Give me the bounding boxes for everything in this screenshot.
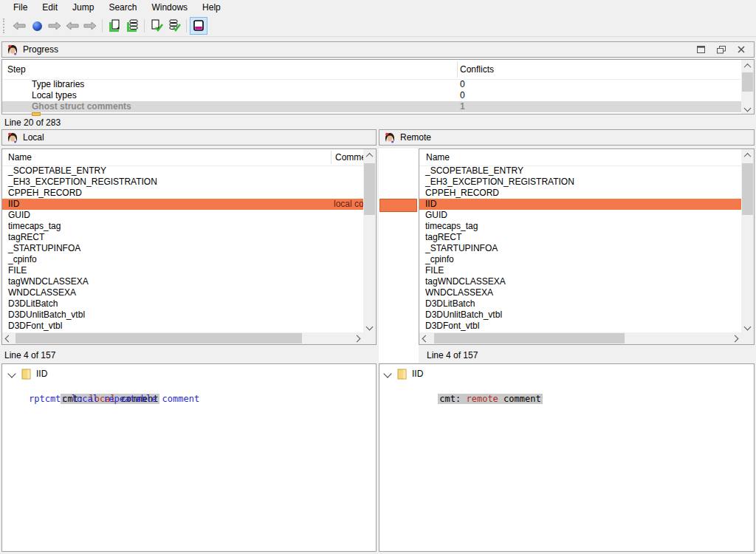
scroll-right-button[interactable] — [729, 332, 741, 344]
blue-sphere-icon — [32, 21, 42, 31]
local-detail-node-row[interactable]: IID — [2, 368, 376, 380]
back-button[interactable] — [10, 17, 28, 35]
list-item[interactable]: GUID — [2, 210, 363, 221]
progress-row[interactable]: Type libraries 0 — [2, 79, 741, 90]
list-item[interactable]: CPPEH_RECORD — [2, 188, 363, 199]
take-local-item-button[interactable] — [106, 17, 123, 35]
current-position-button[interactable] — [28, 17, 46, 35]
scroll-left-button[interactable] — [419, 332, 432, 344]
list-item[interactable]: _EH3_EXCEPTION_REGISTRATION — [2, 177, 363, 188]
list-item-selected[interactable]: IID — [419, 199, 741, 210]
scroll-up-button[interactable] — [741, 60, 754, 72]
list-item-selected[interactable]: IID local comment — [2, 199, 363, 210]
chevron-expanded-icon[interactable] — [383, 369, 391, 377]
list-item[interactable]: _EH3_EXCEPTION_REGISTRATION — [419, 177, 741, 188]
item-name: timecaps_tag — [425, 221, 478, 232]
remote-cmt-line[interactable]: cmt: remote comment — [406, 383, 543, 416]
list-item[interactable]: FILE — [2, 265, 363, 276]
maximize-icon[interactable] — [697, 46, 705, 53]
monitor-icon — [193, 20, 205, 32]
remote-vertical-scrollbar[interactable] — [741, 149, 754, 332]
list-item[interactable]: D3DLitBatch — [2, 298, 363, 310]
list-item[interactable]: _STARTUPINFOA — [2, 243, 363, 254]
list-item[interactable]: D3DFont_vtbl — [2, 321, 363, 332]
accept-all-button[interactable] — [165, 17, 183, 35]
list-item[interactable]: tagWNDCLASSEXA — [419, 276, 741, 287]
column-header-step[interactable]: Step — [7, 64, 26, 75]
scroll-thumb[interactable] — [742, 72, 753, 92]
list-item[interactable]: D3DFont_vtbl — [419, 321, 741, 332]
column-header-name[interactable]: Name — [8, 152, 32, 163]
forward-button[interactable] — [46, 17, 63, 35]
item-name: timecaps_tag — [8, 221, 61, 232]
list-item[interactable]: D3DUnlitBatch_vtbl — [2, 310, 363, 321]
column-header-name[interactable]: Name — [426, 152, 450, 163]
list-item[interactable]: _SCOPETABLE_ENTRY — [419, 165, 741, 177]
local-vertical-scrollbar[interactable] — [363, 149, 376, 332]
list-item[interactable]: D3DUnlitBatch_vtbl — [419, 310, 741, 321]
list-item[interactable]: timecaps_tag — [419, 221, 741, 232]
list-item[interactable]: _cpinfo — [2, 254, 363, 265]
local-horizontal-scrollbar[interactable] — [2, 332, 363, 344]
remote-list-header: Name — [419, 149, 754, 166]
local-rptcmt-line[interactable]: rptcmt: local repeatable comment — [29, 394, 199, 405]
column-header-comment[interactable]: Comment — [335, 152, 363, 163]
local-rows: _SCOPETABLE_ENTRY _EH3_EXCEPTION_REGISTR… — [2, 165, 363, 332]
scroll-left-button[interactable] — [2, 332, 15, 344]
close-icon[interactable] — [738, 46, 745, 53]
take-local-all-button[interactable] — [123, 17, 141, 35]
list-item[interactable]: GUID — [419, 210, 741, 221]
menu-windows[interactable]: Windows — [144, 1, 195, 15]
remote-detail-node-row[interactable]: IID — [379, 368, 754, 380]
scroll-down-button[interactable] — [741, 102, 754, 114]
progress-row-active[interactable]: Ghost struct comments 1 — [2, 101, 741, 112]
column-divider[interactable] — [331, 151, 331, 164]
column-divider[interactable] — [457, 61, 458, 78]
next-conflict-button[interactable] — [81, 17, 99, 35]
scroll-thumb[interactable] — [742, 163, 753, 215]
accept-item-button[interactable] — [148, 17, 165, 35]
progress-row[interactable]: Local types 0 — [2, 90, 741, 101]
scroll-down-button[interactable] — [741, 321, 754, 332]
toolbar-drag-handle[interactable] — [3, 18, 7, 33]
menu-file[interactable]: File — [6, 1, 35, 15]
list-item[interactable]: _STARTUPINFOA — [419, 243, 741, 254]
scroll-thumb[interactable] — [16, 333, 302, 343]
menu-help[interactable]: Help — [195, 1, 228, 15]
local-titlebar: Local — [1, 129, 377, 146]
list-item[interactable]: D3DLitBatch — [419, 298, 741, 310]
item-name: tagWNDCLASSEXA — [425, 276, 506, 287]
previous-conflict-button[interactable] — [63, 17, 81, 35]
progress-vertical-scrollbar[interactable] — [741, 60, 754, 114]
remote-horizontal-scrollbar[interactable] — [419, 332, 741, 344]
list-item[interactable]: tagRECT — [419, 232, 741, 243]
chevron-expanded-icon[interactable] — [7, 369, 16, 377]
list-item[interactable]: WNDCLASSEXA — [419, 287, 741, 298]
item-name: _STARTUPINFOA — [8, 243, 80, 254]
scroll-thumb[interactable] — [434, 333, 625, 343]
list-item[interactable]: timecaps_tag — [2, 221, 363, 232]
scroll-right-button[interactable] — [351, 332, 363, 344]
scroll-down-button[interactable] — [363, 321, 376, 332]
remote-list: Name _SCOPETABLE_ENTRY _EH3_EXCEPTION_RE… — [419, 148, 755, 345]
menu-edit[interactable]: Edit — [35, 1, 65, 15]
list-item[interactable]: tagWNDCLASSEXA — [2, 276, 363, 287]
scrollbar-corner — [363, 332, 376, 344]
item-name: _SCOPETABLE_ENTRY — [425, 165, 523, 177]
float-window-icon[interactable] — [717, 46, 726, 54]
local-title: Local — [23, 132, 44, 143]
scroll-up-button[interactable] — [363, 149, 376, 161]
menu-jump[interactable]: Jump — [65, 1, 101, 15]
remote-titlebar: Remote — [379, 129, 755, 146]
list-item[interactable]: WNDCLASSEXA — [2, 287, 363, 298]
list-item[interactable]: _SCOPETABLE_ENTRY — [2, 165, 363, 177]
scroll-thumb[interactable] — [364, 163, 375, 215]
list-item[interactable]: tagRECT — [2, 232, 363, 243]
list-item[interactable]: FILE — [419, 265, 741, 276]
list-item[interactable]: CPPEH_RECORD — [419, 188, 741, 199]
column-header-conflicts[interactable]: Conflicts — [460, 64, 494, 75]
menu-search[interactable]: Search — [101, 1, 144, 15]
list-item[interactable]: _cpinfo — [419, 254, 741, 265]
display-view-toggle-button[interactable] — [190, 17, 207, 35]
scroll-up-button[interactable] — [741, 149, 754, 161]
